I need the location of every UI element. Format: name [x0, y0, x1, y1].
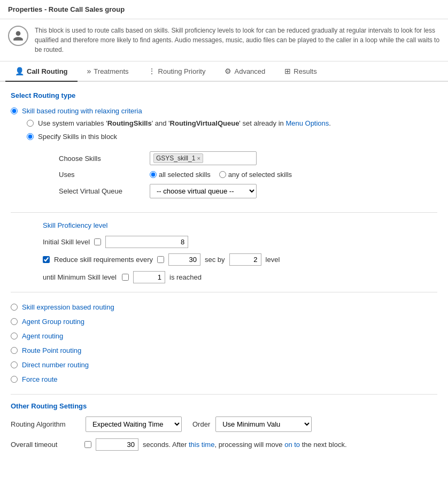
info-section: This block is used to route calls based …: [0, 19, 448, 61]
person-icon: [12, 30, 24, 42]
treatments-icon: »: [87, 67, 91, 75]
specify-skills-block: Choose Skills GSYS_skill_1 × Uses all se…: [59, 151, 437, 204]
tab-call-routing[interactable]: 👤 Call Routing: [5, 61, 78, 82]
radio-agent-group-input[interactable]: [11, 318, 18, 325]
reduce-skill-checkbox[interactable]: [43, 256, 50, 263]
tab-advanced[interactable]: ⚙ Advanced: [215, 61, 275, 82]
initial-skill-checkbox[interactable]: [94, 238, 101, 245]
tab-advanced-label: Advanced: [234, 67, 265, 75]
routing-option-agent-routing[interactable]: Agent routing: [11, 332, 437, 340]
call-routing-icon: 👤: [15, 67, 24, 75]
order-label: Order: [192, 420, 210, 428]
uses-any-radio[interactable]: [219, 171, 226, 178]
radio-skill-expression-label: Skill expression based routing: [22, 303, 114, 311]
initial-skill-row: Initial Skill level: [43, 236, 437, 248]
radio-use-system-vars[interactable]: Use system variables 'RoutingSkills' and…: [27, 119, 437, 127]
virtual-queue-label: Select Virtual Queue: [59, 187, 144, 195]
tab-routing-priority-label: Routing Priority: [158, 67, 206, 75]
divider-1: [11, 212, 437, 213]
uses-label: Uses: [59, 171, 144, 179]
radio-specify-skills[interactable]: Specify Skills in this block: [27, 133, 437, 141]
reduce-sec-checkbox[interactable]: [157, 256, 164, 263]
reduce-sec-input[interactable]: [168, 253, 200, 266]
routing-option-agent-group[interactable]: Agent Group routing: [11, 318, 437, 326]
main-content: Select Routing type Skill based routing …: [0, 82, 448, 460]
routing-option-skill-expression[interactable]: Skill expression based routing: [11, 303, 437, 311]
routing-algorithm-row: Routing Algorithm Expected Waiting Time …: [11, 416, 437, 432]
reduce-skill-label: Reduce skill requirements every: [54, 256, 153, 264]
tabs-bar: 👤 Call Routing » Treatments ⋮ Routing Pr…: [0, 61, 448, 82]
uses-any-label[interactable]: any of selected skills: [219, 171, 292, 179]
other-routing-title: Other Routing Settings: [11, 402, 437, 410]
overall-timeout-input[interactable]: [96, 438, 138, 451]
virtual-queue-row: Select Virtual Queue -- choose virtual q…: [59, 184, 437, 198]
avatar-icon: [8, 26, 28, 46]
is-reached-label: is reached: [169, 273, 202, 281]
routing-option-direct-number[interactable]: Direct number routing: [11, 361, 437, 369]
radio-direct-number-label: Direct number routing: [22, 361, 89, 369]
routing-options: Skill expression based routing Agent Gro…: [11, 303, 437, 383]
info-description: This block is used to route calls based …: [35, 26, 440, 55]
tab-treatments[interactable]: » Treatments: [78, 61, 138, 82]
overall-timeout-checkbox[interactable]: [84, 441, 91, 448]
routing-option-route-point[interactable]: Route Point routing: [11, 346, 437, 354]
tab-routing-priority[interactable]: ⋮ Routing Priority: [138, 61, 215, 82]
radio-agent-group-label: Agent Group routing: [22, 318, 84, 326]
choose-skills-label: Choose Skills: [59, 155, 144, 163]
overall-timeout-label: Overall timeout: [11, 441, 80, 449]
radio-agent-routing-label: Agent routing: [22, 332, 63, 340]
advanced-icon: ⚙: [225, 67, 231, 75]
reduce-skill-row: Reduce skill requirements every sec by l…: [43, 253, 437, 266]
skill-tag-text: GSYS_skill_1: [156, 155, 195, 162]
radio-specify-skills-input[interactable]: [27, 133, 34, 140]
level-label: level: [266, 256, 280, 264]
this-time-link: this time: [189, 441, 214, 449]
uses-all-radio[interactable]: [150, 171, 157, 178]
routing-algorithm-select[interactable]: Expected Waiting Time Round Robin Least …: [86, 416, 182, 432]
on-to-link: on to: [284, 441, 300, 449]
uses-row: Uses all selected skills any of selected…: [59, 171, 437, 179]
timeout-text-pre: seconds. After this time, processing wil…: [143, 441, 347, 449]
skill-based-sub-options: Use system variables 'RoutingSkills' and…: [27, 119, 437, 204]
radio-force-route-label: Force route: [22, 375, 57, 383]
order-select[interactable]: Use Minimum Valu Use Maximum Value: [215, 416, 312, 432]
routing-algorithm-label: Routing Algorithm: [11, 420, 80, 428]
routing-option-force-route[interactable]: Force route: [11, 375, 437, 383]
uses-all-text: all selected skills: [159, 171, 211, 179]
radio-specify-skills-label: Specify Skills in this block: [38, 133, 117, 141]
min-skill-label: until Minimum Skill level: [43, 273, 118, 281]
skill-prof-title: Skill Proficiency level: [43, 221, 437, 229]
radio-skill-based-label: Skill based routing with relaxing criter…: [22, 107, 142, 115]
min-skill-checkbox[interactable]: [122, 274, 129, 281]
initial-skill-input[interactable]: [105, 236, 188, 248]
overall-timeout-row: Overall timeout seconds. After this time…: [11, 438, 437, 451]
radio-force-route-input[interactable]: [11, 376, 18, 383]
radio-skill-based[interactable]: Skill based routing with relaxing criter…: [11, 107, 437, 115]
min-skill-input[interactable]: [133, 271, 165, 283]
radio-route-point-label: Route Point routing: [22, 346, 81, 354]
sec-by-label: sec by: [205, 256, 225, 264]
radio-skill-expression-input[interactable]: [11, 304, 18, 311]
routing-type-title: Select Routing type: [11, 91, 437, 99]
reduce-by-input[interactable]: [229, 253, 261, 266]
radio-agent-routing-input[interactable]: [11, 333, 18, 339]
radio-route-point-input[interactable]: [11, 347, 18, 354]
divider-2: [11, 292, 437, 292]
virtual-queue-select[interactable]: -- choose virtual queue --: [150, 184, 257, 198]
radio-use-system-vars-input[interactable]: [27, 120, 34, 127]
tab-treatments-label: Treatments: [94, 67, 128, 75]
other-routing-settings: Other Routing Settings Routing Algorithm…: [11, 394, 437, 451]
tab-call-routing-label: Call Routing: [27, 67, 68, 75]
uses-all-label[interactable]: all selected skills: [150, 171, 211, 179]
skill-tag-input[interactable]: GSYS_skill_1 ×: [150, 151, 257, 165]
radio-skill-based-input[interactable]: [11, 107, 18, 114]
remove-skill-icon[interactable]: ×: [197, 155, 200, 161]
results-icon: ⊞: [284, 67, 291, 75]
uses-options: all selected skills any of selected skil…: [150, 171, 292, 179]
initial-skill-label: Initial Skill level: [43, 238, 90, 246]
tab-results[interactable]: ⊞ Results: [275, 61, 326, 82]
uses-any-text: any of selected skills: [228, 171, 292, 179]
title-bar: Properties - Route Call Sales group: [0, 0, 448, 19]
skill-proficiency-section: Skill Proficiency level Initial Skill le…: [11, 221, 437, 283]
radio-direct-number-input[interactable]: [11, 361, 18, 368]
